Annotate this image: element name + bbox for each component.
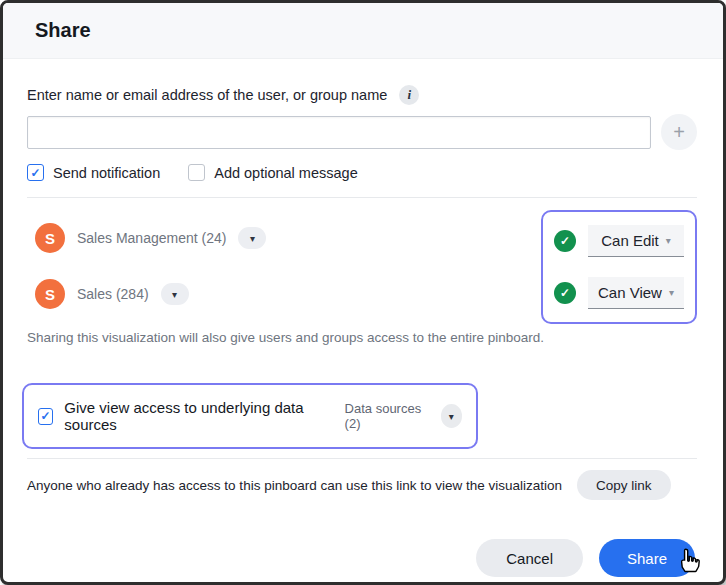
caret-down-icon: ▾ xyxy=(449,411,454,422)
notification-options-row: ✓ Send notification Add optional message xyxy=(27,164,697,181)
member-row-sales: S Sales (284) ▾ xyxy=(35,266,541,322)
data-access-label: Give view access to underlying data sour… xyxy=(64,399,326,433)
share-link-row: Anyone who already has access to this pi… xyxy=(27,470,697,500)
caret-down-icon: ▾ xyxy=(669,287,674,298)
checkbox-checked-icon[interactable]: ✓ xyxy=(38,408,53,425)
share-link-text: Anyone who already has access to this pi… xyxy=(27,478,562,493)
recipient-label-row: Enter name or email address of the user,… xyxy=(27,85,697,105)
permission-value: Can Edit xyxy=(601,232,659,249)
member-list: S Sales Management (24) ▾ S Sales (284) … xyxy=(35,210,541,324)
recipient-input-row: + xyxy=(27,114,697,150)
plus-icon: + xyxy=(673,122,685,142)
data-sources-expand-button[interactable]: ▾ xyxy=(441,404,462,428)
avatar: S xyxy=(35,223,65,253)
dialog-body: Enter name or email address of the user,… xyxy=(3,59,723,582)
share-button-label: Share xyxy=(627,550,667,567)
hand-cursor-icon xyxy=(676,548,701,573)
info-icon[interactable]: i xyxy=(399,85,419,105)
dialog-footer: Cancel Share xyxy=(27,539,697,577)
data-access-highlight-box: ✓ Give view access to underlying data so… xyxy=(22,383,478,449)
member-options-button[interactable]: ▾ xyxy=(161,283,189,305)
member-name: Sales Management (24) xyxy=(77,230,226,246)
permission-dropdown-can-view[interactable]: Can View ▾ xyxy=(588,277,684,309)
share-dialog: Share Enter name or email address of the… xyxy=(0,0,726,585)
recipient-field-label: Enter name or email address of the user,… xyxy=(27,87,387,103)
pinboard-access-note: Sharing this visualization will also giv… xyxy=(27,330,697,345)
data-sources-count: Data sources (2) xyxy=(345,401,430,431)
send-notification-option[interactable]: ✓ Send notification xyxy=(27,164,160,181)
granted-check-icon: ✓ xyxy=(554,282,576,304)
copy-link-button[interactable]: Copy link xyxy=(577,470,671,500)
caret-down-icon: ▾ xyxy=(250,233,255,244)
divider-bottom xyxy=(27,458,697,459)
permission-dropdown-can-edit[interactable]: Can Edit ▾ xyxy=(588,225,684,257)
cancel-button[interactable]: Cancel xyxy=(476,539,583,577)
permission-value: Can View xyxy=(598,284,662,301)
optional-message-option[interactable]: Add optional message xyxy=(188,164,358,181)
add-recipient-button[interactable]: + xyxy=(661,114,697,150)
avatar: S xyxy=(35,279,65,309)
dialog-header: Share xyxy=(3,3,723,59)
recipient-input[interactable] xyxy=(27,116,651,149)
checkbox-unchecked-icon[interactable] xyxy=(188,164,205,181)
share-button[interactable]: Share xyxy=(599,539,695,577)
caret-down-icon: ▾ xyxy=(172,289,177,300)
granted-check-icon: ✓ xyxy=(554,230,576,252)
permission-row-can-view: ✓ Can View ▾ xyxy=(554,277,684,309)
member-row-sales-management: S Sales Management (24) ▾ xyxy=(35,210,541,266)
checkbox-checked-icon[interactable]: ✓ xyxy=(27,164,44,181)
permissions-highlight-box: ✓ Can Edit ▾ ✓ Can View ▾ xyxy=(541,210,697,324)
member-options-button[interactable]: ▾ xyxy=(238,227,266,249)
optional-message-label: Add optional message xyxy=(214,165,358,181)
dialog-title: Share xyxy=(35,19,91,42)
permission-row-can-edit: ✓ Can Edit ▾ xyxy=(554,225,684,257)
members-section: S Sales Management (24) ▾ S Sales (284) … xyxy=(27,198,697,324)
member-name: Sales (284) xyxy=(77,286,149,302)
caret-down-icon: ▾ xyxy=(666,235,671,246)
send-notification-label: Send notification xyxy=(53,165,160,181)
